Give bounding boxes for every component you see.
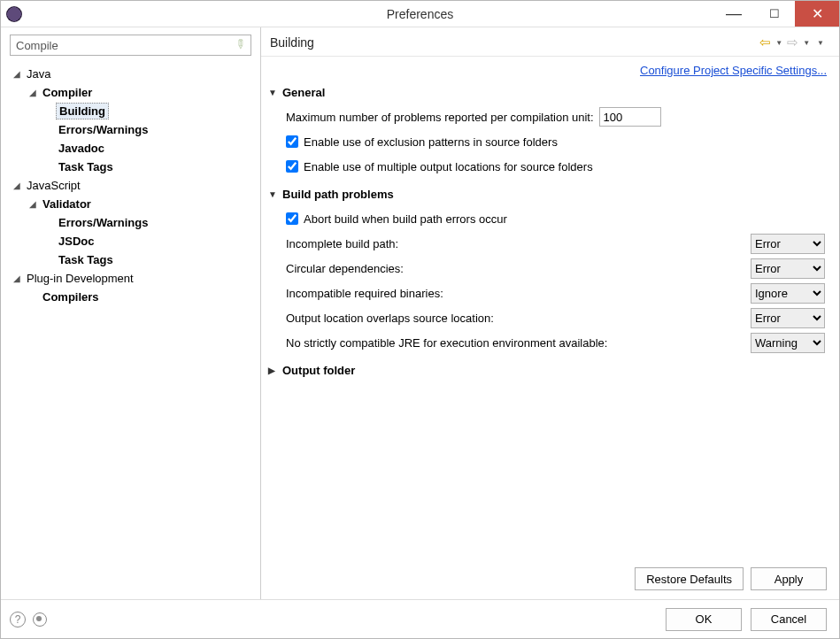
app-icon (6, 6, 22, 22)
tree-item[interactable]: ◢Validator (8, 195, 257, 213)
panel-title: Building (270, 35, 314, 50)
nav-forward-icon[interactable]: ⇨ (787, 35, 798, 50)
apply-button[interactable]: Apply (751, 567, 827, 590)
tree-item-label: Compilers (40, 289, 102, 304)
buildpath-setting-select[interactable]: ErrorWarningIgnore (751, 258, 825, 279)
buildpath-setting-select[interactable]: ErrorWarningIgnore (751, 283, 825, 304)
close-button[interactable]: ✕ (795, 1, 839, 27)
tree-item-label: Task Tags (56, 252, 116, 267)
tree-item[interactable]: ◢Javadoc (8, 139, 257, 158)
tree-twisty-icon: ◢ (43, 143, 54, 153)
section-general-body: Maximum number of problems reported per … (268, 104, 827, 179)
tree-twisty-icon[interactable]: ◢ (12, 181, 22, 190)
buildpath-setting-label: Incomplete build path: (286, 237, 398, 250)
help-icon[interactable]: ? (10, 612, 26, 627)
section-output-folder-header[interactable]: ▶ Output folder (268, 364, 827, 377)
dialog-buttons: OK Cancel (666, 608, 827, 631)
section-general-title: General (282, 86, 325, 99)
panel-actions: Restore Defaults Apply (261, 560, 839, 599)
buildpath-setting-select[interactable]: ErrorWarningIgnore (751, 333, 825, 353)
tree-item-label: Task Tags (56, 159, 116, 174)
tree-item[interactable]: ◢Task Tags (8, 250, 257, 269)
abort-build-checkbox[interactable] (286, 212, 298, 225)
buildpath-setting-label: Incompatible required binaries: (286, 287, 443, 300)
tree-item[interactable]: ◢Plug-in Development (8, 269, 257, 288)
buildpath-setting-label: No strictly compatible JRE for execution… (286, 336, 607, 350)
exclusion-patterns-text: Enable use of exclusion patterns in sour… (304, 135, 558, 149)
tree-twisty-icon[interactable]: ◢ (27, 199, 38, 209)
tree-item[interactable]: ◢Errors/Warnings (8, 213, 257, 232)
tree-item-label: JSDoc (56, 234, 96, 249)
section-buildpath-body: Abort build when build path errors occur… (268, 206, 827, 355)
settings-panel: Building ⇦ ▼ ⇨ ▼ ▼ Configure Project Spe… (261, 27, 839, 599)
configure-project-link-row: Configure Project Specific Settings... (268, 64, 827, 77)
tree-twisty-icon: ◢ (43, 162, 54, 172)
abort-build-checkbox-label[interactable]: Abort build when build path errors occur (286, 212, 507, 226)
buildpath-setting-select[interactable]: ErrorWarningIgnore (751, 308, 825, 328)
nav-back-menu-icon[interactable]: ▼ (773, 39, 785, 47)
buildpath-setting-row: Incompatible required binaries:ErrorWarn… (286, 281, 827, 305)
tree-twisty-icon: ◢ (43, 106, 54, 116)
sidebar: ✎ ◢Java◢Compiler◢Building◢Errors/Warning… (1, 27, 261, 599)
tree-item[interactable]: ◢Errors/Warnings (8, 120, 257, 139)
multi-output-checkbox[interactable] (286, 160, 298, 173)
configure-project-link[interactable]: Configure Project Specific Settings... (640, 64, 827, 77)
max-problems-input[interactable] (599, 107, 661, 127)
tree-item[interactable]: ◢Task Tags (8, 158, 257, 176)
content-area: ✎ ◢Java◢Compiler◢Building◢Errors/Warning… (1, 27, 839, 599)
multi-output-text: Enable use of multiple output locations … (304, 160, 593, 173)
tree-item[interactable]: ◢Compilers (8, 288, 257, 306)
abort-build-row: Abort build when build path errors occur (286, 206, 827, 231)
section-general-header[interactable]: ▼ General (268, 86, 827, 99)
tree-twisty-icon: ◢ (27, 292, 38, 302)
nav-back-icon[interactable]: ⇦ (759, 35, 771, 50)
restore-defaults-button[interactable]: Restore Defaults (635, 567, 744, 590)
tree-item-label: Building (56, 103, 109, 119)
tree-item[interactable]: ◢JSDoc (8, 232, 257, 250)
section-output-folder-twisty-icon: ▶ (268, 366, 277, 375)
section-output-folder-title: Output folder (282, 364, 355, 377)
tree-twisty-icon: ◢ (43, 218, 54, 227)
tree-twisty-icon: ◢ (43, 125, 54, 135)
search-input[interactable] (10, 35, 251, 56)
buildpath-setting-select[interactable]: ErrorWarningIgnore (751, 234, 825, 254)
tree-item-label: Errors/Warnings (56, 122, 150, 137)
buildpath-setting-row: Incomplete build path:ErrorWarningIgnore (286, 231, 827, 256)
minimize-button[interactable]: — (713, 1, 754, 27)
tree-item[interactable]: ◢Compiler (8, 83, 257, 102)
tree-item[interactable]: ◢Building (8, 102, 257, 120)
max-problems-row: Maximum number of problems reported per … (286, 104, 827, 129)
tree-item-label: Errors/Warnings (56, 215, 150, 230)
help-icons: ? (10, 612, 47, 627)
tree-twisty-icon[interactable]: ◢ (27, 88, 38, 97)
tree-item[interactable]: ◢Java (8, 65, 257, 83)
buildpath-setting-row: Output location overlaps source location… (286, 305, 827, 330)
tree-twisty-icon[interactable]: ◢ (12, 273, 22, 283)
exclusion-patterns-row: Enable use of exclusion patterns in sour… (286, 129, 827, 154)
exclusion-patterns-checkbox-label[interactable]: Enable use of exclusion patterns in sour… (286, 135, 558, 149)
tree-item[interactable]: ◢JavaScript (8, 176, 257, 195)
multi-output-checkbox-label[interactable]: Enable use of multiple output locations … (286, 160, 593, 173)
multi-output-row: Enable use of multiple output locations … (286, 154, 827, 179)
search-field-wrap: ✎ (10, 35, 251, 56)
nav-extra-menu-icon[interactable]: ▼ (814, 39, 827, 47)
tree-twisty-icon[interactable]: ◢ (12, 69, 22, 79)
panel-header: Building ⇦ ▼ ⇨ ▼ ▼ (261, 27, 839, 57)
title-bar: Preferences — ☐ ✕ (1, 1, 839, 27)
tree-item-label: JavaScript (24, 178, 83, 193)
nav-forward-menu-icon[interactable]: ▼ (800, 39, 813, 47)
preferences-tree[interactable]: ◢Java◢Compiler◢Building◢Errors/Warnings◢… (8, 61, 257, 596)
cancel-button[interactable]: Cancel (751, 608, 827, 631)
window-controls: — ☐ ✕ (713, 1, 839, 27)
tree-item-label: Java (24, 66, 53, 81)
section-buildpath-header[interactable]: ▼ Build path problems (268, 188, 827, 201)
tree-item-label: Compiler (40, 85, 95, 100)
import-export-icon[interactable] (33, 612, 47, 627)
buildpath-setting-row: No strictly compatible JRE for execution… (286, 330, 827, 355)
tree-twisty-icon: ◢ (43, 255, 54, 265)
bottom-bar: ? OK Cancel (1, 599, 839, 638)
ok-button[interactable]: OK (666, 608, 742, 631)
exclusion-patterns-checkbox[interactable] (286, 135, 298, 148)
panel-body: Configure Project Specific Settings... ▼… (261, 57, 839, 560)
maximize-button[interactable]: ☐ (754, 1, 795, 27)
